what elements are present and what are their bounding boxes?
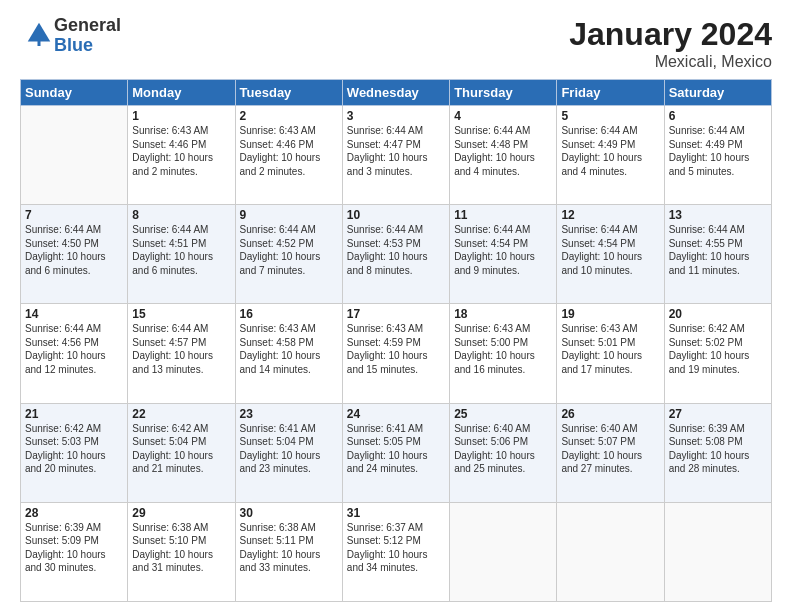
day-number: 2: [240, 109, 338, 123]
day-info: Sunrise: 6:44 AM Sunset: 4:55 PM Dayligh…: [669, 223, 767, 277]
calendar-week-row: 7Sunrise: 6:44 AM Sunset: 4:50 PM Daylig…: [21, 205, 772, 304]
day-number: 26: [561, 407, 659, 421]
calendar-cell: 17Sunrise: 6:43 AM Sunset: 4:59 PM Dayli…: [342, 304, 449, 403]
day-number: 10: [347, 208, 445, 222]
day-number: 18: [454, 307, 552, 321]
logo-icon: [24, 19, 54, 49]
calendar-cell: [664, 502, 771, 601]
column-header-thursday: Thursday: [450, 80, 557, 106]
day-info: Sunrise: 6:40 AM Sunset: 5:07 PM Dayligh…: [561, 422, 659, 476]
logo: General Blue: [20, 16, 121, 56]
logo-blue: Blue: [54, 35, 93, 55]
calendar-cell: 28Sunrise: 6:39 AM Sunset: 5:09 PM Dayli…: [21, 502, 128, 601]
day-number: 9: [240, 208, 338, 222]
day-info: Sunrise: 6:44 AM Sunset: 4:52 PM Dayligh…: [240, 223, 338, 277]
day-number: 13: [669, 208, 767, 222]
column-header-saturday: Saturday: [664, 80, 771, 106]
calendar-cell: 6Sunrise: 6:44 AM Sunset: 4:49 PM Daylig…: [664, 106, 771, 205]
calendar-cell: 2Sunrise: 6:43 AM Sunset: 4:46 PM Daylig…: [235, 106, 342, 205]
calendar-cell: 29Sunrise: 6:38 AM Sunset: 5:10 PM Dayli…: [128, 502, 235, 601]
calendar-cell: 20Sunrise: 6:42 AM Sunset: 5:02 PM Dayli…: [664, 304, 771, 403]
day-number: 7: [25, 208, 123, 222]
calendar-cell: 19Sunrise: 6:43 AM Sunset: 5:01 PM Dayli…: [557, 304, 664, 403]
day-number: 29: [132, 506, 230, 520]
day-info: Sunrise: 6:44 AM Sunset: 4:56 PM Dayligh…: [25, 322, 123, 376]
day-info: Sunrise: 6:41 AM Sunset: 5:05 PM Dayligh…: [347, 422, 445, 476]
calendar-cell: 23Sunrise: 6:41 AM Sunset: 5:04 PM Dayli…: [235, 403, 342, 502]
day-info: Sunrise: 6:42 AM Sunset: 5:03 PM Dayligh…: [25, 422, 123, 476]
day-info: Sunrise: 6:44 AM Sunset: 4:47 PM Dayligh…: [347, 124, 445, 178]
day-number: 19: [561, 307, 659, 321]
day-info: Sunrise: 6:44 AM Sunset: 4:48 PM Dayligh…: [454, 124, 552, 178]
day-info: Sunrise: 6:41 AM Sunset: 5:04 PM Dayligh…: [240, 422, 338, 476]
day-number: 20: [669, 307, 767, 321]
day-info: Sunrise: 6:42 AM Sunset: 5:04 PM Dayligh…: [132, 422, 230, 476]
calendar-table: SundayMondayTuesdayWednesdayThursdayFrid…: [20, 79, 772, 602]
calendar-cell: 27Sunrise: 6:39 AM Sunset: 5:08 PM Dayli…: [664, 403, 771, 502]
day-number: 27: [669, 407, 767, 421]
day-number: 8: [132, 208, 230, 222]
day-info: Sunrise: 6:40 AM Sunset: 5:06 PM Dayligh…: [454, 422, 552, 476]
calendar-cell: 24Sunrise: 6:41 AM Sunset: 5:05 PM Dayli…: [342, 403, 449, 502]
day-number: 1: [132, 109, 230, 123]
day-number: 24: [347, 407, 445, 421]
day-number: 17: [347, 307, 445, 321]
day-info: Sunrise: 6:44 AM Sunset: 4:49 PM Dayligh…: [669, 124, 767, 178]
day-number: 30: [240, 506, 338, 520]
column-header-tuesday: Tuesday: [235, 80, 342, 106]
day-number: 14: [25, 307, 123, 321]
day-info: Sunrise: 6:39 AM Sunset: 5:08 PM Dayligh…: [669, 422, 767, 476]
day-number: 16: [240, 307, 338, 321]
day-number: 31: [347, 506, 445, 520]
day-number: 22: [132, 407, 230, 421]
calendar-cell: 30Sunrise: 6:38 AM Sunset: 5:11 PM Dayli…: [235, 502, 342, 601]
calendar-cell: [557, 502, 664, 601]
svg-rect-1: [38, 40, 41, 46]
day-number: 15: [132, 307, 230, 321]
calendar-cell: 13Sunrise: 6:44 AM Sunset: 4:55 PM Dayli…: [664, 205, 771, 304]
calendar-cell: 18Sunrise: 6:43 AM Sunset: 5:00 PM Dayli…: [450, 304, 557, 403]
column-header-wednesday: Wednesday: [342, 80, 449, 106]
column-header-sunday: Sunday: [21, 80, 128, 106]
day-number: 5: [561, 109, 659, 123]
day-info: Sunrise: 6:44 AM Sunset: 4:49 PM Dayligh…: [561, 124, 659, 178]
calendar-cell: 22Sunrise: 6:42 AM Sunset: 5:04 PM Dayli…: [128, 403, 235, 502]
logo-general: General: [54, 15, 121, 35]
day-number: 21: [25, 407, 123, 421]
day-number: 3: [347, 109, 445, 123]
calendar-cell: 1Sunrise: 6:43 AM Sunset: 4:46 PM Daylig…: [128, 106, 235, 205]
calendar-cell: 10Sunrise: 6:44 AM Sunset: 4:53 PM Dayli…: [342, 205, 449, 304]
calendar-cell: 12Sunrise: 6:44 AM Sunset: 4:54 PM Dayli…: [557, 205, 664, 304]
calendar-week-row: 21Sunrise: 6:42 AM Sunset: 5:03 PM Dayli…: [21, 403, 772, 502]
calendar-cell: 4Sunrise: 6:44 AM Sunset: 4:48 PM Daylig…: [450, 106, 557, 205]
calendar-week-row: 1Sunrise: 6:43 AM Sunset: 4:46 PM Daylig…: [21, 106, 772, 205]
page: General Blue January 2024 Mexicali, Mexi…: [0, 0, 792, 612]
day-number: 11: [454, 208, 552, 222]
day-info: Sunrise: 6:44 AM Sunset: 4:50 PM Dayligh…: [25, 223, 123, 277]
day-info: Sunrise: 6:38 AM Sunset: 5:11 PM Dayligh…: [240, 521, 338, 575]
calendar-week-row: 28Sunrise: 6:39 AM Sunset: 5:09 PM Dayli…: [21, 502, 772, 601]
calendar-cell: 8Sunrise: 6:44 AM Sunset: 4:51 PM Daylig…: [128, 205, 235, 304]
title-block: January 2024 Mexicali, Mexico: [569, 16, 772, 71]
calendar-cell: 26Sunrise: 6:40 AM Sunset: 5:07 PM Dayli…: [557, 403, 664, 502]
day-number: 12: [561, 208, 659, 222]
calendar-cell: [21, 106, 128, 205]
day-info: Sunrise: 6:39 AM Sunset: 5:09 PM Dayligh…: [25, 521, 123, 575]
day-info: Sunrise: 6:43 AM Sunset: 4:46 PM Dayligh…: [240, 124, 338, 178]
day-number: 28: [25, 506, 123, 520]
day-info: Sunrise: 6:38 AM Sunset: 5:10 PM Dayligh…: [132, 521, 230, 575]
day-number: 23: [240, 407, 338, 421]
day-info: Sunrise: 6:37 AM Sunset: 5:12 PM Dayligh…: [347, 521, 445, 575]
calendar-cell: 9Sunrise: 6:44 AM Sunset: 4:52 PM Daylig…: [235, 205, 342, 304]
day-number: 25: [454, 407, 552, 421]
day-info: Sunrise: 6:44 AM Sunset: 4:51 PM Dayligh…: [132, 223, 230, 277]
column-header-monday: Monday: [128, 80, 235, 106]
column-header-friday: Friday: [557, 80, 664, 106]
calendar-cell: 14Sunrise: 6:44 AM Sunset: 4:56 PM Dayli…: [21, 304, 128, 403]
calendar-cell: 11Sunrise: 6:44 AM Sunset: 4:54 PM Dayli…: [450, 205, 557, 304]
day-info: Sunrise: 6:43 AM Sunset: 5:00 PM Dayligh…: [454, 322, 552, 376]
month-year: January 2024: [569, 16, 772, 53]
calendar-cell: 5Sunrise: 6:44 AM Sunset: 4:49 PM Daylig…: [557, 106, 664, 205]
day-info: Sunrise: 6:44 AM Sunset: 4:53 PM Dayligh…: [347, 223, 445, 277]
calendar-cell: 3Sunrise: 6:44 AM Sunset: 4:47 PM Daylig…: [342, 106, 449, 205]
